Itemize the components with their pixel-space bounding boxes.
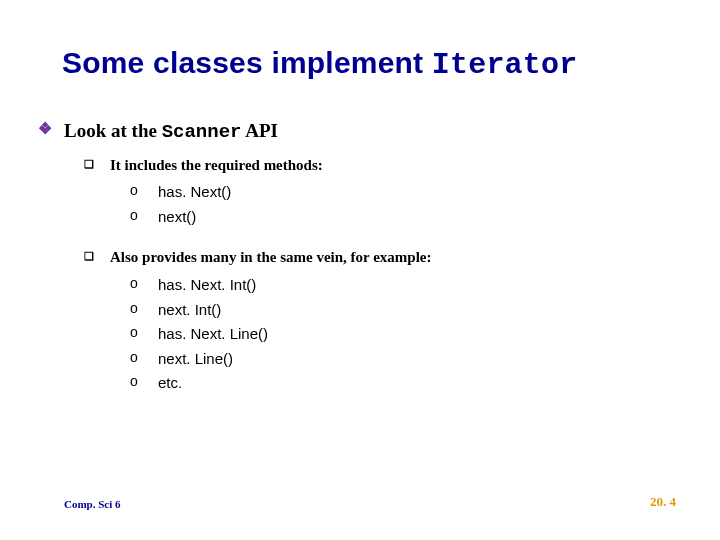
bullet-level-3: o next() xyxy=(130,206,680,228)
circle-bullet-icon: o xyxy=(130,348,154,367)
footer-course: Comp. Sci 6 xyxy=(64,498,121,510)
circle-bullet-icon: o xyxy=(130,181,154,200)
lvl1-text: Look at the Scanner API xyxy=(64,120,278,141)
lvl1-prefix: Look at the xyxy=(64,120,162,141)
title-code: Iterator xyxy=(432,48,578,82)
diamond-bullet-icon: ❖ xyxy=(38,118,60,140)
group2-item-2: has. Next. Line() xyxy=(158,325,268,342)
bullet-level-3: o next. Line() xyxy=(130,348,680,370)
square-bullet-icon: ❑ xyxy=(84,249,106,264)
slide-title: Some classes implement Iterator xyxy=(62,46,690,82)
slide-body: ❖ Look at the Scanner API ❑ It includes … xyxy=(38,118,680,397)
circle-bullet-icon: o xyxy=(130,299,154,318)
circle-bullet-icon: o xyxy=(130,323,154,342)
footer-slide-number: 20. 4 xyxy=(650,494,676,510)
group2-item-3: next. Line() xyxy=(158,350,233,367)
circle-bullet-icon: o xyxy=(130,274,154,293)
lvl1-code: Scanner xyxy=(162,121,242,143)
bullet-level-3: o has. Next. Line() xyxy=(130,323,680,345)
circle-bullet-icon: o xyxy=(130,206,154,225)
bullet-level-3: o etc. xyxy=(130,372,680,394)
bullet-level-3: o has. Next() xyxy=(130,181,680,203)
circle-bullet-icon: o xyxy=(130,372,154,391)
group1-item-0: has. Next() xyxy=(158,183,231,200)
group2-item-4: etc. xyxy=(158,374,182,391)
group2-item-0: has. Next. Int() xyxy=(158,276,256,293)
group1-item-1: next() xyxy=(158,208,196,225)
slide: Some classes implement Iterator ❖ Look a… xyxy=(0,0,720,540)
title-text: Some classes implement xyxy=(62,46,432,79)
group2-item-1: next. Int() xyxy=(158,301,221,318)
spacer xyxy=(38,230,680,240)
square-bullet-icon: ❑ xyxy=(84,157,106,172)
group2-heading: Also provides many in the same vein, for… xyxy=(110,249,432,265)
group1-heading: It includes the required methods: xyxy=(110,157,323,173)
lvl1-suffix: API xyxy=(241,120,277,141)
bullet-level-2: ❑ It includes the required methods: xyxy=(84,154,680,176)
bullet-level-3: o next. Int() xyxy=(130,299,680,321)
bullet-level-2: ❑ Also provides many in the same vein, f… xyxy=(84,246,680,268)
bullet-level-1: ❖ Look at the Scanner API xyxy=(38,118,680,146)
bullet-level-3: o has. Next. Int() xyxy=(130,274,680,296)
